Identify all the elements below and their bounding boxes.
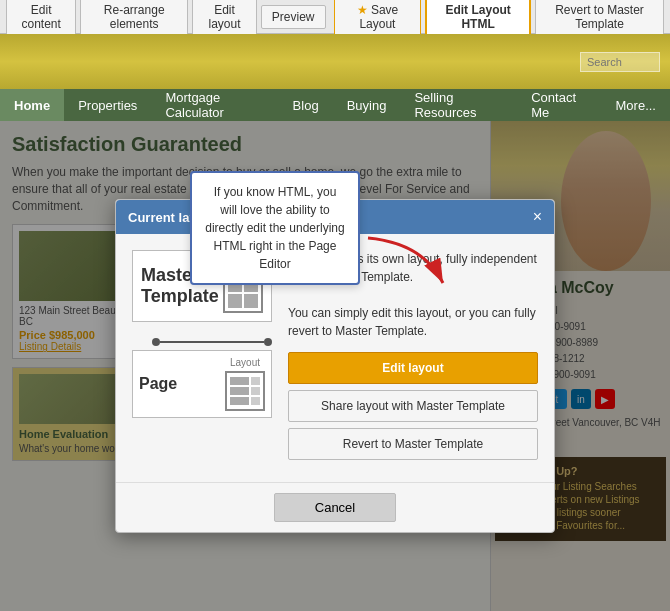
arrow-icon xyxy=(363,233,453,303)
connector-line xyxy=(160,341,264,343)
icon-col-right-2 xyxy=(251,387,260,395)
icon-cell xyxy=(228,294,242,308)
edit-layout-modal-button[interactable]: Edit layout xyxy=(288,352,538,384)
icon-row-3 xyxy=(230,397,260,405)
cancel-button[interactable]: Cancel xyxy=(274,493,396,522)
nav-bar: Home Properties Mortgage Calculator Blog… xyxy=(0,89,670,121)
icon-col-right-3 xyxy=(251,397,260,405)
revert-master-modal-button[interactable]: Revert to Master Template xyxy=(288,428,538,460)
connector-dot-end xyxy=(264,338,272,346)
search-input[interactable] xyxy=(580,52,660,72)
nav-more[interactable]: More... xyxy=(602,89,670,121)
page-layout-icon xyxy=(225,371,265,411)
icon-col-left-2 xyxy=(230,387,249,395)
modal-footer: Cancel xyxy=(116,482,554,532)
icon-col-left-3 xyxy=(230,397,249,405)
preview-button[interactable]: Preview xyxy=(261,5,326,29)
icon-row-2 xyxy=(230,387,260,395)
page-content: Satisfaction Guaranteed When you make th… xyxy=(0,121,670,611)
icon-col-left xyxy=(230,377,249,385)
page-layout-box: Page Layout xyxy=(132,350,272,418)
tooltip-text: If you know HTML, you will love the abil… xyxy=(205,185,344,271)
page-layout-label: Layout xyxy=(225,357,265,368)
nav-mortgage[interactable]: Mortgage Calculator xyxy=(151,89,278,121)
icon-col-right xyxy=(251,377,260,385)
site-header xyxy=(0,34,670,89)
rearrange-button[interactable]: Re-arrange elements xyxy=(80,0,188,36)
edit-content-button[interactable]: Edit content xyxy=(6,0,76,36)
nav-blog[interactable]: Blog xyxy=(279,89,333,121)
save-layout-button[interactable]: Save Layout xyxy=(334,0,422,36)
nav-buying[interactable]: Buying xyxy=(333,89,401,121)
page-name: Page xyxy=(139,375,177,393)
modal-close-button[interactable]: × xyxy=(533,208,542,226)
edit-layout-button[interactable]: Edit layout xyxy=(192,0,257,36)
page-section: Page Layout xyxy=(132,350,272,418)
icon-cell xyxy=(244,294,258,308)
nav-selling[interactable]: Selling Resources xyxy=(400,89,517,121)
tooltip-bubble: If you know HTML, you will love the abil… xyxy=(190,171,360,285)
toolbar: Edit content Re-arrange elements Edit la… xyxy=(0,0,670,34)
connector xyxy=(132,334,272,350)
share-layout-button[interactable]: Share layout with Master Template xyxy=(288,390,538,422)
connector-dot xyxy=(152,338,160,346)
modal-desc-line2: You can simply edit this layout, or you … xyxy=(288,306,536,338)
nav-contact[interactable]: Contact Me xyxy=(517,89,601,121)
nav-properties[interactable]: Properties xyxy=(64,89,151,121)
revert-master-button[interactable]: Revert to Master Template xyxy=(535,0,664,36)
edit-layout-html-button[interactable]: Edit Layout HTML xyxy=(425,0,531,37)
nav-home[interactable]: Home xyxy=(0,89,64,121)
icon-row xyxy=(230,377,260,385)
